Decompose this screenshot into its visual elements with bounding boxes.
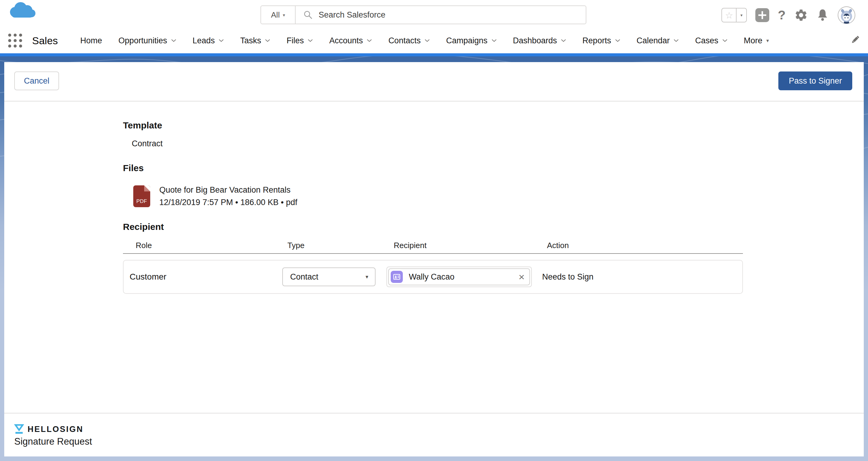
nav-item-label: More [744, 36, 763, 45]
recipient-name: Wally Cacao [409, 272, 519, 282]
column-header-type: Type [287, 241, 304, 250]
file-meta: 12/18/2019 7:57 PM • 186.00 KB • pdf [159, 198, 298, 207]
recipient-table-row: Customer Contact ▾ [123, 260, 743, 294]
nav-item-opportunities[interactable]: Opportunities [118, 36, 176, 45]
nav-item-label: Leads [193, 36, 215, 45]
card-toolbar: Cancel Pass to Signer [4, 62, 864, 101]
chevron-down-icon [265, 39, 270, 42]
recipient-heading: Recipient [123, 222, 743, 232]
app-name: Sales [32, 35, 58, 47]
recipient-action: Needs to Sign [542, 272, 594, 282]
hellosign-mark-icon [14, 424, 24, 435]
hellosign-logo: HELLOSIGN [14, 424, 864, 435]
nav-item-label: Cases [695, 36, 718, 45]
chevron-down-icon [171, 39, 176, 42]
pass-to-signer-button[interactable]: Pass to Signer [778, 71, 852, 90]
pdf-badge-label: PDF [133, 198, 150, 205]
chevron-down-icon [219, 39, 224, 42]
edit-nav-pencil-icon[interactable] [850, 35, 860, 47]
search-input[interactable] [319, 10, 586, 20]
help-icon[interactable]: ? [778, 8, 786, 23]
files-heading: Files [123, 163, 743, 173]
nav-tab-list: HomeOpportunitiesLeadsTasksFilesAccounts… [80, 36, 769, 45]
nav-item-contacts[interactable]: Contacts [388, 36, 430, 45]
nav-item-leads[interactable]: Leads [193, 36, 224, 45]
nav-item-dashboards[interactable]: Dashboards [513, 36, 566, 45]
header-actions: ☆ ▾ ? [721, 0, 856, 30]
search-field-wrap [296, 6, 586, 24]
global-search: All ▾ [260, 5, 586, 24]
column-header-action: Action [547, 241, 569, 250]
favorites-caret-icon[interactable]: ▾ [736, 8, 746, 22]
nav-item-label: Calendar [637, 36, 670, 45]
global-header: All ▾ ☆ ▾ ? [0, 0, 868, 53]
chevron-down-icon [308, 39, 313, 42]
remove-recipient-icon[interactable]: × [519, 272, 525, 282]
page-background: Cancel Pass to Signer Template Contract … [0, 56, 868, 461]
nav-item-cases[interactable]: Cases [695, 36, 727, 45]
recipient-type-value: Contact [290, 272, 318, 282]
caret-down-icon: ▾ [766, 38, 769, 43]
cancel-button[interactable]: Cancel [14, 71, 59, 90]
hellosign-product-name: Signature Request [14, 436, 864, 447]
setup-gear-icon[interactable] [794, 8, 808, 22]
nav-item-tasks[interactable]: Tasks [240, 36, 270, 45]
favorites-button-group: ☆ ▾ [721, 8, 747, 23]
chevron-down-icon [615, 39, 620, 42]
nav-item-label: Files [286, 36, 304, 45]
nav-item-label: Home [80, 36, 102, 45]
user-avatar[interactable] [837, 6, 856, 25]
nav-item-label: Contacts [388, 36, 421, 45]
recipient-pill: Wally Cacao × [388, 268, 530, 285]
salesforce-signature-request-page: All ▾ ☆ ▾ ? [0, 0, 868, 461]
nav-item-accounts[interactable]: Accounts [329, 36, 372, 45]
nav-item-calendar[interactable]: Calendar [637, 36, 679, 45]
search-icon [304, 10, 313, 20]
select-caret-icon: ▾ [366, 274, 368, 280]
card-footer: HELLOSIGN Signature Request [4, 413, 864, 457]
salesforce-logo-icon [8, 1, 37, 20]
chevron-down-icon [492, 39, 497, 42]
nav-item-label: Accounts [329, 36, 363, 45]
caret-down-icon: ▾ [283, 13, 285, 17]
column-header-recipient: Recipient [394, 241, 427, 250]
nav-item-label: Opportunities [118, 36, 167, 45]
hellosign-brand-name: HELLOSIGN [28, 425, 84, 434]
favorites-star-icon[interactable]: ☆ [722, 8, 736, 22]
recipient-role: Customer [130, 272, 166, 282]
notifications-bell-icon[interactable] [816, 8, 829, 22]
nav-item-reports[interactable]: Reports [582, 36, 620, 45]
pdf-file-icon: PDF [133, 185, 150, 207]
nav-item-label: Tasks [240, 36, 261, 45]
chevron-down-icon [425, 39, 430, 42]
search-scope-selector[interactable]: All ▾ [261, 6, 296, 24]
nav-item-label: Campaigns [446, 36, 488, 45]
app-launcher-icon[interactable] [8, 33, 23, 48]
nav-item-files[interactable]: Files [286, 36, 313, 45]
template-value: Contract [132, 139, 743, 148]
chevron-down-icon [674, 39, 679, 42]
column-header-role: Role [136, 241, 152, 250]
nav-item-more[interactable]: More▾ [744, 36, 769, 45]
file-item: PDF Quote for Big Bear Vacation Rentals … [133, 185, 743, 207]
recipient-type-select[interactable]: Contact ▾ [282, 268, 376, 286]
nav-item-label: Reports [582, 36, 611, 45]
app-navigation: Sales HomeOpportunitiesLeadsTasksFilesAc… [8, 31, 860, 50]
recipient-table-header: Role Type Recipient Action [123, 242, 743, 254]
search-scope-label: All [271, 10, 280, 20]
card-content: Template Contract Files PDF Quote for Bi… [123, 101, 743, 294]
template-heading: Template [123, 120, 743, 130]
brand-accent-bar [0, 53, 868, 56]
contact-icon [391, 271, 403, 283]
file-info: Quote for Big Bear Vacation Rentals 12/1… [159, 185, 298, 207]
nav-item-home[interactable]: Home [80, 36, 102, 45]
global-actions-plus-icon[interactable] [755, 8, 769, 22]
file-title: Quote for Big Bear Vacation Rentals [159, 185, 298, 195]
recipient-lookup-field[interactable]: Wally Cacao × [386, 267, 532, 287]
signature-request-card: Cancel Pass to Signer Template Contract … [4, 62, 864, 457]
chevron-down-icon [561, 39, 566, 42]
chevron-down-icon [722, 39, 727, 42]
chevron-down-icon [367, 39, 372, 42]
nav-item-campaigns[interactable]: Campaigns [446, 36, 497, 45]
nav-item-label: Dashboards [513, 36, 557, 45]
